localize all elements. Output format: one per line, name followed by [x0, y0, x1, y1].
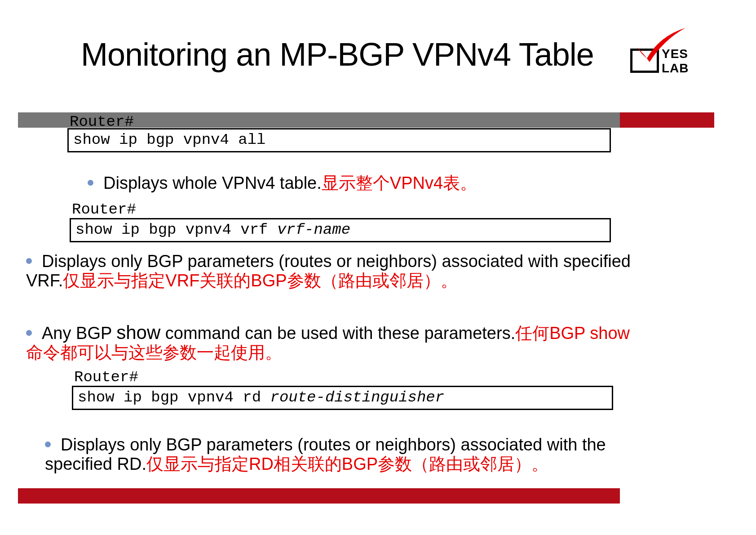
bullet-1-zh: 显示整个VPNv4表。 — [322, 174, 477, 192]
bullet-icon — [45, 441, 51, 447]
bullet-1: Displays whole VPNv4 table.显示整个VPNv4表。 — [88, 174, 627, 193]
bullet-2-zh: 仅显示与指定VRF关联的BGP参数（路由或邻居）。 — [63, 271, 457, 290]
bullet-1-en: Displays whole VPNv4 table. — [103, 174, 322, 192]
bullet-3-en-a: Any BGP — [42, 324, 116, 343]
command-2-pre: show ip bgp vpnv4 vrf — [75, 221, 277, 238]
command-box-3: show ip bgp vpnv4 rd route-distinguisher — [72, 386, 613, 410]
yes-lab-logo: YES LAB — [630, 31, 711, 85]
bullet-2: Displays only BGP parameters (routes or … — [26, 252, 632, 290]
command-3-arg: route-distinguisher — [270, 389, 444, 406]
command-box-2: show ip bgp vpnv4 vrf vrf-name — [70, 218, 611, 242]
command-box-1: show ip bgp vpnv4 all — [67, 128, 611, 152]
footer-red-bar — [18, 488, 620, 504]
slide: Monitoring an MP-BGP VPNv4 Table YES LAB… — [0, 0, 756, 535]
bullet-icon — [26, 258, 32, 264]
bullet-3-show: show — [116, 322, 160, 343]
command-1-text: show ip bgp vpnv4 all — [73, 131, 265, 148]
bullet-icon — [88, 180, 93, 186]
router-prompt-2: Router# — [72, 201, 136, 218]
bullet-4: Displays only BGP parameters (routes or … — [45, 435, 629, 473]
bullet-3-en-b: command can be used with these parameter… — [160, 324, 515, 343]
header-red-block — [620, 112, 714, 128]
bullet-icon — [26, 330, 32, 336]
bullet-4-zh: 仅显示与指定RD相关联的BGP参数（路由或邻居）。 — [146, 455, 548, 473]
command-3-pre: show ip bgp vpnv4 rd — [78, 389, 270, 406]
command-2-arg: vrf-name — [277, 221, 350, 238]
slide-title: Monitoring an MP-BGP VPNv4 Table — [81, 36, 594, 73]
router-prompt-3: Router# — [74, 369, 138, 386]
logo-text: YES LAB — [662, 47, 711, 76]
bullet-3: Any BGP show command can be used with th… — [26, 322, 637, 362]
